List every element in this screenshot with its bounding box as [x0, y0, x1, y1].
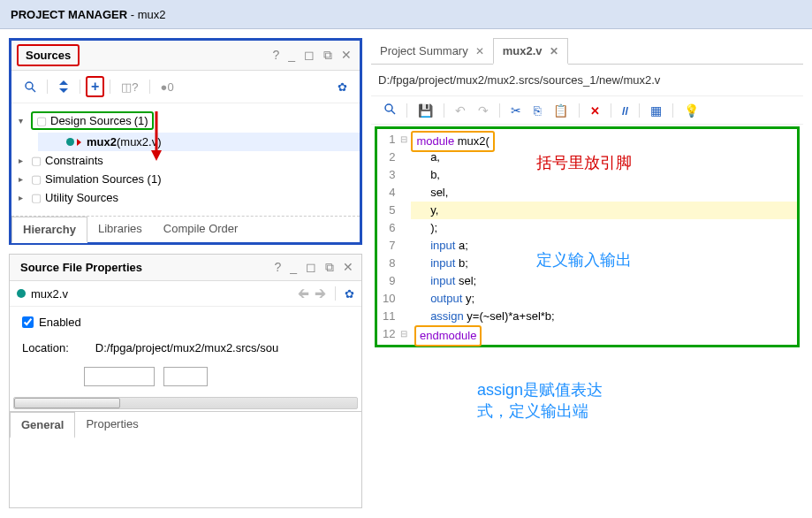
svg-marker-4	[59, 80, 68, 85]
code-line-6: );	[411, 219, 797, 237]
code-line-12: endmodule	[411, 325, 797, 343]
minimize-icon[interactable]: _	[287, 258, 300, 277]
design-sources-count: (1)	[134, 114, 148, 127]
fold-column: ⊟ ⊟	[400, 131, 411, 343]
properties-file-row: mux2.v 🡰 🡲 ✿	[10, 281, 361, 307]
properties-window-controls: ? _ ◻ ⧉ ✕	[271, 258, 356, 277]
unknown-tool-icon[interactable]: ◫?	[116, 78, 143, 96]
close-icon[interactable]: ✕	[475, 45, 484, 57]
scrollbar-thumb[interactable]	[14, 398, 120, 408]
line-number: 6	[383, 219, 395, 237]
separator	[611, 103, 611, 118]
chevron-right-icon[interactable]: ▸	[19, 174, 31, 184]
help-icon[interactable]: ?	[271, 258, 284, 277]
search-icon[interactable]	[378, 100, 401, 120]
redo-icon[interactable]: ↷	[473, 101, 494, 120]
mux2-module-row[interactable]: mux2 (mux2.v)	[38, 133, 360, 151]
bulb-icon[interactable]: 💡	[679, 101, 704, 120]
add-sources-button[interactable]: +	[86, 76, 104, 97]
sources-bottom-tabs: Hierarchy Libraries Compile Order	[11, 216, 360, 242]
minimize-icon[interactable]: _	[285, 46, 298, 65]
project-summary-tab[interactable]: Project Summary ✕	[371, 38, 493, 64]
code-line-11: assign y=(~sel)*a+sel*b;	[411, 308, 797, 325]
properties-title: Source File Properties	[15, 258, 271, 277]
restore-icon[interactable]: ⧉	[323, 258, 337, 277]
undo-icon[interactable]: ↶	[450, 101, 471, 120]
svg-point-6	[385, 104, 392, 111]
column-select-icon[interactable]: ▦	[645, 101, 667, 120]
general-tab[interactable]: General	[10, 412, 75, 438]
gear-icon[interactable]: ✿	[345, 287, 354, 301]
close-panel-icon[interactable]: ✕	[338, 46, 354, 65]
collapse-expand-icon[interactable]	[53, 78, 74, 95]
location-value: D:/fpga/project/mux2/mux2.srcs/sou	[95, 341, 278, 354]
sources-title: Sources	[17, 44, 80, 66]
chevron-right-icon[interactable]: ▸	[19, 156, 31, 165]
line-number: 3	[383, 166, 395, 184]
nav-back-icon[interactable]: 🡰	[298, 287, 309, 301]
save-icon[interactable]: 💾	[413, 101, 438, 120]
cut-icon[interactable]: ✂	[505, 101, 527, 120]
line-gutter: 1 2 3 4 5 6 7 8 9 10 11 12	[377, 131, 400, 343]
enabled-label: Enabled	[39, 316, 81, 329]
separator	[444, 103, 444, 118]
gear-icon[interactable]: ✿	[332, 78, 353, 96]
nav-forward-icon[interactable]: 🡲	[315, 287, 326, 301]
type-box[interactable]	[163, 367, 208, 386]
properties-file-name: mux2.v	[31, 287, 68, 301]
simulation-sources-row[interactable]: ▸ ▢ Simulation Sources (1)	[11, 170, 360, 188]
source-file-properties-panel: Source File Properties ? _ ◻ ⧉ ✕ mux2.v …	[9, 254, 362, 508]
chevron-down-icon[interactable]: ▾	[19, 116, 31, 126]
chevron-right-icon[interactable]: ▸	[19, 193, 31, 202]
copy-icon[interactable]: ⎘	[528, 101, 546, 120]
utility-sources-row[interactable]: ▸ ▢ Utility Sources	[11, 188, 360, 207]
maximize-icon[interactable]: ◻	[303, 258, 319, 277]
mux2v-tab[interactable]: mux2.v ✕	[493, 38, 568, 65]
design-sources-row[interactable]: ▾ ▢ Design Sources (1)	[11, 109, 360, 133]
file-type-icon	[17, 289, 26, 298]
constraints-row[interactable]: ▸ ▢ Constraints	[11, 151, 360, 170]
separator	[149, 80, 150, 94]
properties-bottom-tabs: General Properties	[10, 411, 361, 438]
svg-point-2	[26, 82, 33, 89]
separator	[406, 103, 407, 118]
editor-column: Project Summary ✕ mux2.v ✕ D:/fpga/proje…	[371, 38, 803, 508]
type-select[interactable]	[84, 367, 155, 386]
properties-form: Enabled Location: D:/fpga/project/mux2/m…	[10, 307, 361, 395]
editor-toolbar: 💾 ↶ ↷ ✂ ⎘ 📋 ✕ // ▦ 💡	[371, 95, 803, 125]
annotation-blue-1: 定义输入输出	[536, 249, 632, 270]
file-path: D:/fpga/project/mux2/mux2.srcs/sources_1…	[371, 65, 803, 95]
line-number: 7	[383, 237, 395, 255]
sources-tree: ▾ ▢ Design Sources (1) mux2 (mux2.v) ▸	[11, 103, 360, 216]
line-number: 1	[383, 131, 395, 149]
code-line-4: sel,	[411, 184, 797, 202]
constraints-label: Constraints	[45, 154, 103, 167]
comment-icon[interactable]: //	[617, 101, 634, 120]
line-number: 10	[383, 290, 395, 308]
restore-icon[interactable]: ⧉	[321, 46, 335, 65]
horizontal-scrollbar[interactable]	[13, 397, 358, 409]
folder-icon: ▢	[36, 114, 47, 127]
line-number: 5	[383, 202, 395, 219]
search-icon[interactable]	[19, 78, 42, 95]
mux2-module-file: (mux2.v)	[117, 135, 162, 149]
line-number: 4	[383, 184, 395, 202]
delete-icon[interactable]: ✕	[585, 101, 605, 120]
close-panel-icon[interactable]: ✕	[340, 258, 356, 277]
maximize-icon[interactable]: ◻	[301, 46, 317, 65]
fold-icon[interactable]: ⊟	[400, 131, 411, 149]
enabled-checkbox[interactable]	[22, 316, 34, 328]
properties-tab[interactable]: Properties	[75, 412, 148, 438]
close-icon[interactable]: ✕	[550, 45, 558, 57]
sources-header: Sources ? _ ◻ ⧉ ✕	[11, 41, 360, 71]
code-area-wrap: 1 2 3 4 5 6 7 8 9 10 11 12 ⊟	[375, 126, 800, 347]
type-row	[22, 367, 349, 386]
help-icon[interactable]: ?	[269, 46, 282, 65]
fold-icon[interactable]: ⊟	[400, 325, 411, 343]
hierarchy-tab[interactable]: Hierarchy	[11, 217, 87, 243]
compile-order-tab[interactable]: Compile Order	[153, 217, 249, 242]
properties-header: Source File Properties ? _ ◻ ⧉ ✕	[10, 255, 361, 281]
paste-icon[interactable]: 📋	[548, 101, 573, 120]
libraries-tab[interactable]: Libraries	[87, 217, 153, 242]
code-line-10: output y;	[411, 290, 797, 308]
